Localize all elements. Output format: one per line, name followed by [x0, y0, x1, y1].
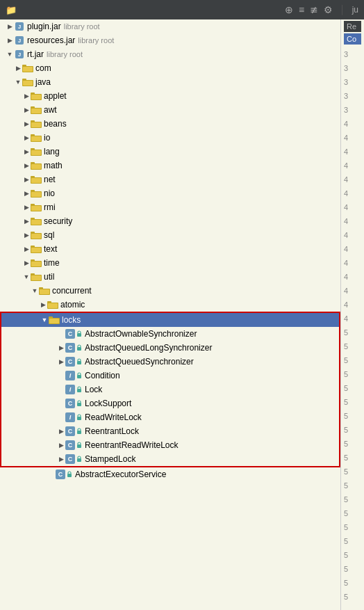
tree-item-beans[interactable]: ▶ beans [0, 117, 340, 131]
jar-icon: J [14, 36, 25, 45]
svg-rect-13 [31, 93, 35, 95]
folder-icon [31, 134, 42, 142]
right-panel: Re Co 3333344444444444444455555555555555… [340, 19, 364, 610]
expander-locks[interactable]: ▼ [40, 313, 49, 327]
tree-item-StampedLock[interactable]: ▶C StampedLock [1, 452, 339, 466]
svg-rect-46 [31, 246, 35, 248]
expander-AbstractQueuedSynchronizer[interactable]: ▶ [57, 355, 65, 369]
tree-item-plugin-jar[interactable]: ▶ J plugin.jar library root [0, 19, 340, 33]
expander-rt-jar[interactable]: ▼ [6, 47, 14, 61]
tree-item-net[interactable]: ▶ net [0, 172, 340, 186]
class-icon-AbstractQueuedSynchronizer: C [65, 357, 75, 367]
svg-rect-37 [31, 204, 35, 206]
class-icon-StampedLock: C [65, 454, 75, 464]
tree-item-io[interactable]: ▶ io [0, 131, 340, 145]
expander-java[interactable]: ▼ [14, 75, 22, 89]
lock-icon-ReadWriteLock [76, 414, 83, 421]
expander-StampedLock[interactable]: ▶ [57, 452, 65, 466]
line-number: 5 [344, 534, 361, 548]
tree-item-rmi[interactable]: ▶ rmi [0, 200, 340, 214]
tree-item-sql[interactable]: ▶ sql [0, 228, 340, 242]
class-icon-Lock: I [65, 385, 75, 394]
filter-icon[interactable]: ≢ [310, 4, 318, 15]
expander-concurrent[interactable]: ▼ [31, 284, 39, 298]
item-label-ReentrantReadWriteLock: ReentrantReadWriteLock [85, 440, 179, 450]
settings-icon[interactable]: ⚙ [324, 4, 333, 15]
expander-awt[interactable]: ▶ [22, 103, 31, 117]
jar-icon: J [14, 22, 25, 31]
tree-item-java[interactable]: ▼ java [0, 75, 340, 89]
expander-io[interactable]: ▶ [22, 131, 31, 145]
expander-ReentrantLock[interactable]: ▶ [57, 424, 65, 438]
expander-AbstractQueuedLongSynchronizer[interactable]: ▶ [57, 341, 65, 355]
tree-item-lang[interactable]: ▶ lang [0, 145, 340, 159]
tree-item-security[interactable]: ▶ security [0, 214, 340, 228]
line-number: 4 [344, 242, 361, 256]
tree-item-applet[interactable]: ▶ applet [0, 89, 340, 103]
expander-sql[interactable]: ▶ [22, 228, 31, 242]
tree-item-ReentrantLock[interactable]: ▶C ReentrantLock [1, 424, 339, 438]
expander-rmi[interactable]: ▶ [22, 200, 31, 214]
tree-item-Lock[interactable]: I Lock [1, 383, 339, 396]
tree-item-locks[interactable]: ▼ locks [1, 313, 339, 327]
tree-item-AbstractQueuedLongSynchronizer[interactable]: ▶C AbstractQueuedLongSynchronizer [1, 341, 339, 355]
lock-icon-LockSupport [76, 400, 83, 407]
svg-rect-31 [31, 176, 35, 178]
class-icon-Condition: I [65, 371, 75, 380]
tree-item-awt[interactable]: ▶ awt [0, 103, 340, 117]
expander-beans[interactable]: ▶ [22, 117, 31, 131]
item-label-StampedLock: StampedLock [85, 454, 135, 464]
tree-item-text[interactable]: ▶ text [0, 242, 340, 256]
svg-rect-8 [23, 67, 33, 72]
expander-applet[interactable]: ▶ [22, 89, 31, 103]
tree-item-atomic[interactable]: ▶ atomic [0, 298, 340, 312]
tree-item-rt-jar[interactable]: ▼ J rt.jar library root [0, 47, 340, 61]
item-label-Lock: Lock [85, 385, 102, 394]
tree-item-concurrent[interactable]: ▼ concurrent [0, 284, 340, 298]
expander-time[interactable]: ▶ [22, 256, 31, 270]
item-label-locks: locks [62, 315, 81, 325]
expander-math[interactable]: ▶ [22, 159, 31, 172]
list-icon[interactable]: ≡ [299, 4, 304, 15]
expander-util[interactable]: ▼ [22, 270, 31, 284]
expander-text[interactable]: ▶ [22, 242, 31, 256]
tree-item-AbstractExecutorService[interactable]: C AbstractExecutorService [0, 467, 340, 481]
svg-rect-47 [31, 248, 41, 252]
tree-item-ReadWriteLock[interactable]: I ReadWriteLock [1, 410, 339, 424]
tree-item-math[interactable]: ▶ math [0, 159, 340, 172]
expander-lang[interactable]: ▶ [22, 145, 31, 159]
expander-ReentrantReadWriteLock[interactable]: ▶ [57, 438, 65, 452]
tree-item-com[interactable]: ▶ com [0, 61, 340, 75]
expander-security[interactable]: ▶ [22, 214, 31, 228]
tree-panel[interactable]: ▶ J plugin.jar library root▶ J resources… [0, 19, 340, 610]
expander-nio[interactable]: ▶ [22, 186, 31, 200]
tree-item-AbstractQueuedSynchronizer[interactable]: ▶C AbstractQueuedSynchronizer [1, 355, 339, 369]
tree-item-ReentrantReadWriteLock[interactable]: ▶C ReentrantReadWriteLock [1, 438, 339, 452]
item-label-nio: nio [44, 188, 55, 198]
item-label-beans: beans [44, 119, 67, 129]
item-label-io: io [44, 133, 50, 143]
globe-icon[interactable]: ⊕ [285, 4, 293, 15]
tree-item-time[interactable]: ▶ time [0, 256, 340, 270]
tree-item-util[interactable]: ▼ util [0, 270, 340, 284]
item-label-util: util [44, 272, 54, 282]
line-number: 5 [344, 465, 361, 479]
expander-resources-jar[interactable]: ▶ [6, 33, 14, 47]
svg-rect-7 [22, 65, 26, 67]
tree-item-Condition[interactable]: I Condition [1, 369, 339, 383]
tree-item-AbstractOwnableSynchronizer[interactable]: C AbstractOwnableSynchronizer [1, 327, 339, 341]
item-label-security: security [44, 216, 72, 226]
tree-item-LockSupport[interactable]: C LockSupport [1, 396, 339, 410]
tree-item-nio[interactable]: ▶ nio [0, 186, 340, 200]
lock-icon-Condition [76, 372, 83, 379]
svg-rect-62 [49, 319, 59, 323]
tree-item-resources-jar[interactable]: ▶ J resources.jar library root [0, 33, 340, 47]
svg-rect-68 [77, 403, 81, 406]
expander-atomic[interactable]: ▶ [39, 298, 47, 312]
svg-text:J: J [18, 24, 21, 30]
line-number: 4 [344, 159, 361, 172]
expander-plugin-jar[interactable]: ▶ [6, 19, 14, 33]
expander-net[interactable]: ▶ [22, 172, 31, 186]
expander-com[interactable]: ▶ [14, 61, 22, 75]
line-number: 5 [344, 367, 361, 381]
